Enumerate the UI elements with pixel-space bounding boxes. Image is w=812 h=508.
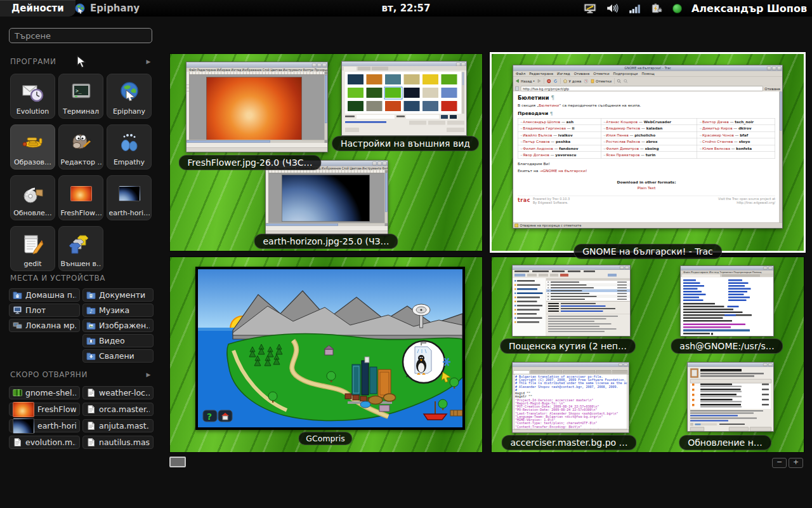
window-po-editor[interactable]: # Bulgarian translation of accerciser po… xyxy=(512,362,629,433)
translator-name-link[interactable]: Ивайло Вълков xyxy=(523,133,552,137)
plain-text-link[interactable]: Plain Text xyxy=(638,185,655,190)
translator-name-link[interactable]: Юлия Велкова xyxy=(702,146,730,150)
translator-name-link[interactable]: Владимир Петков xyxy=(606,126,640,131)
place-item[interactable]: Изображен… xyxy=(82,319,154,332)
editor-tab[interactable] xyxy=(530,370,546,374)
app-tile-evolution[interactable]: Evolution xyxy=(10,74,55,119)
app-tile-earth-hori-[interactable]: earth-hori… xyxy=(107,175,152,220)
workspace-zoom-out-button[interactable]: − xyxy=(772,458,787,468)
translator-name-link[interactable]: Филип Андонов xyxy=(523,146,553,150)
window-label[interactable]: GNOME на български! - Trac xyxy=(573,244,722,259)
browser-menu-файл[interactable]: Файл xyxy=(516,72,525,76)
window-appearance-settings[interactable] xyxy=(341,61,467,136)
app-tile-редактор-[interactable]: Редактор … xyxy=(58,124,103,170)
window-gimp-freshflower[interactable]: Файл Редактиране Избиране Изглед Изображ… xyxy=(186,62,328,152)
go-button[interactable]: Отиване xyxy=(764,86,780,91)
volume-icon[interactable] xyxy=(606,2,619,15)
programs-expand-arrow-icon[interactable]: ▶ xyxy=(146,58,151,65)
app-tile-gedit[interactable]: gedit xyxy=(10,226,55,271)
network-signal-icon[interactable] xyxy=(628,2,641,15)
url-input[interactable]: http://fsa-bg.org/project/gtp xyxy=(521,86,763,91)
workspace-top-right-active[interactable]: GNOME на български! - Trac ФайлРедактира… xyxy=(490,52,806,253)
translator-name-link[interactable]: Александър Шопов xyxy=(523,119,560,124)
translator-name-link[interactable]: Филип Димитров xyxy=(606,146,639,150)
battery-icon[interactable] xyxy=(650,2,663,15)
recent-item[interactable]: weather-loc… xyxy=(82,386,154,399)
place-item[interactable]: Свалени xyxy=(82,349,154,363)
recent-item[interactable]: gnome-shel… xyxy=(9,386,80,399)
translator-name-link[interactable]: Илия Пенев xyxy=(606,133,629,137)
app-tile-образов-[interactable]: Образов… xyxy=(10,124,55,170)
editor-tab[interactable] xyxy=(546,370,562,374)
editor-tab[interactable] xyxy=(596,370,612,374)
window-label[interactable]: Настройки на външния вид xyxy=(332,136,479,151)
user-menu[interactable]: Александър Шопов xyxy=(691,3,807,15)
place-item[interactable]: Видео xyxy=(82,334,154,347)
reload-icon[interactable] xyxy=(554,79,558,83)
app-tile-epiphany[interactable]: Epiphany xyxy=(107,74,152,119)
browser-menu-помощ[interactable]: Помощ xyxy=(641,72,654,76)
recent-item[interactable]: evolution.m… xyxy=(9,436,80,449)
recent-expand-arrow-icon[interactable]: ▶ xyxy=(146,371,151,378)
back-button[interactable]: Назад▾ xyxy=(515,79,535,83)
window-label[interactable]: accerciser.master.bg.po … xyxy=(501,435,636,450)
window-label[interactable]: Пощенска кутия (2 неп… xyxy=(500,338,636,354)
translator-name-link[interactable]: Петър Славов xyxy=(523,140,549,144)
bookmarks-button[interactable]: Отметки xyxy=(591,79,612,83)
recent-item[interactable]: nautilus.mas… xyxy=(82,436,154,449)
workspace-add-indicator[interactable] xyxy=(169,457,186,467)
window-label[interactable]: GCompris xyxy=(298,432,352,445)
zoom-in-icon[interactable] xyxy=(617,79,622,83)
translator-name-link[interactable]: Атанас Кошаров xyxy=(606,119,638,124)
app-tile-външен-в-[interactable]: Външен в… xyxy=(58,226,103,271)
recent-item[interactable]: anjuta.mast… xyxy=(82,419,154,432)
app-tile-freshflow-[interactable]: FreshFlow… xyxy=(58,175,103,220)
app-tile-empathy[interactable]: Empathy xyxy=(107,124,152,170)
window-epiphany-trac[interactable]: GNOME на български! - Trac ФайлРедактира… xyxy=(513,65,783,229)
window-terminal[interactable]: Файл Редактиране Изглед Терминал Подпроз… xyxy=(680,265,774,337)
place-item[interactable]: Плот xyxy=(9,304,80,317)
activities-button[interactable]: Дейности xyxy=(0,0,75,17)
editor-tab[interactable] xyxy=(563,370,579,374)
window-gimp-earth-horizon[interactable]: Файл Редактиране Избиране Изглед Изображ… xyxy=(265,160,388,236)
browser-menu-подпрозорци[interactable]: Подпрозорци xyxy=(613,72,638,76)
browser-menu-отметки[interactable]: Отметки xyxy=(593,72,609,76)
translator-name-link[interactable]: Виктор Дачев xyxy=(702,119,729,124)
display-icon[interactable] xyxy=(584,2,596,15)
workspace-bottom-left[interactable]: ? GCompris xyxy=(170,257,482,452)
editor-tab[interactable] xyxy=(514,370,530,374)
window-gcompris[interactable]: ? xyxy=(195,267,465,430)
translator-name-link[interactable]: Димитър Киров xyxy=(702,126,733,131)
history-icon[interactable] xyxy=(584,79,588,83)
browser-scrollbar[interactable] xyxy=(780,91,783,223)
stop-icon[interactable] xyxy=(547,79,551,83)
forward-arrow-icon[interactable] xyxy=(537,79,542,83)
gnome-bg-link[interactable]: →GNOME на български! xyxy=(539,169,587,173)
home-button[interactable]: У дома xyxy=(563,79,582,83)
window-update-manager[interactable] xyxy=(687,362,774,432)
app-tile-обновле-[interactable]: Обновле… xyxy=(10,175,55,220)
recent-item[interactable]: earth-horizo… xyxy=(9,419,80,432)
browser-menu-редактиране[interactable]: Редактиране xyxy=(529,72,553,76)
bulletins-link[interactable]: Бюлетини xyxy=(539,103,559,107)
zoom-out-icon[interactable] xyxy=(624,79,628,83)
workspace-zoom-in-button[interactable]: + xyxy=(789,458,803,468)
app-menu-button[interactable]: Epiphany xyxy=(74,0,140,17)
place-item[interactable]: Документи xyxy=(82,288,154,302)
window-label[interactable]: ash@GNOME:/usr/s… xyxy=(671,338,783,354)
translator-name-link[interactable]: Стойчо Станчев xyxy=(702,140,733,144)
browser-menu-изглед[interactable]: Изглед xyxy=(557,72,570,76)
selected-wallpaper-thumb[interactable] xyxy=(384,87,403,100)
translator-name-link[interactable]: Ясен Праматаров xyxy=(606,153,639,157)
search-input[interactable]: Търсене xyxy=(9,28,152,43)
window-label[interactable]: FreshFlower.jpg-26.0 (ЧЗС… xyxy=(179,155,322,170)
translator-name-link[interactable]: Владимира Гиргинова xyxy=(523,126,566,131)
browser-menu-отиване[interactable]: Отиване xyxy=(574,72,590,76)
place-item[interactable]: Локална мр… xyxy=(9,319,80,332)
place-item[interactable]: Домашна п… xyxy=(9,288,80,302)
recent-item[interactable]: orca.master.… xyxy=(82,403,154,416)
app-tile-терминал[interactable]: >_Терминал xyxy=(58,74,103,119)
window-label[interactable]: Обновление н… xyxy=(679,435,771,450)
place-item[interactable]: ♪Музика xyxy=(82,304,154,317)
workspace-bottom-right[interactable]: Файл Редактиране Изглед Терминал Подпроз… xyxy=(492,257,804,452)
